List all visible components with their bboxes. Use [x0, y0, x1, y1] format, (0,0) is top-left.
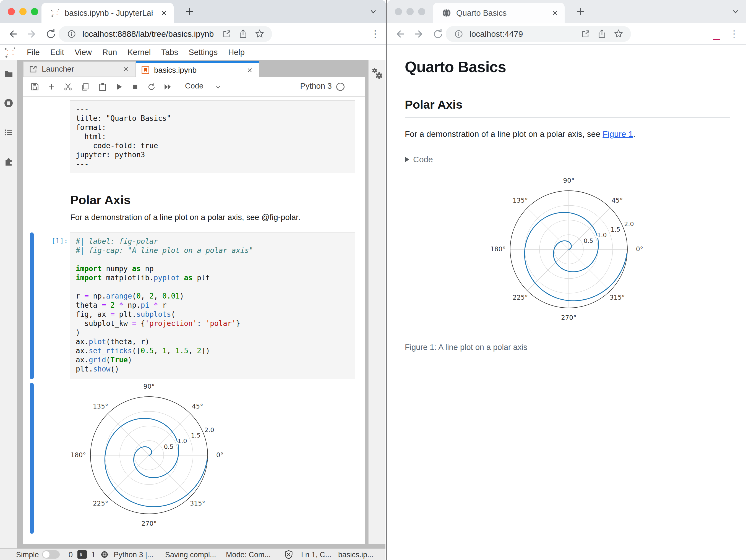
extension-manager-icon[interactable] — [4, 156, 13, 167]
jupyterlab-statusbar: Simple 0 $_ 1 Python 3 |... Saving compl… — [0, 549, 385, 560]
browser-tab[interactable]: basics.ipynb - JupyterLab — [41, 3, 174, 23]
figure-caption: Figure 1: A line plot on a polar axis — [405, 343, 527, 352]
site-info-icon[interactable] — [67, 29, 76, 39]
kernels-count[interactable]: 1 — [91, 551, 95, 559]
kernel-name[interactable]: Python 3 — [300, 82, 332, 91]
menu-file[interactable]: File — [22, 48, 45, 57]
zoom-window-button[interactable] — [418, 8, 425, 15]
tab-notebook-close-icon[interactable] — [246, 67, 253, 74]
tab-search-chevron-icon[interactable] — [731, 7, 740, 16]
file-browser-icon[interactable] — [4, 69, 13, 79]
body-paragraph: For a demonstration of a line plot on a … — [405, 129, 635, 139]
menu-run[interactable]: Run — [97, 48, 122, 57]
tab-launcher-label: Launcher — [42, 65, 74, 73]
paste-cells-button[interactable] — [98, 82, 107, 91]
share-icon[interactable] — [238, 29, 248, 38]
back-icon[interactable] — [394, 28, 406, 40]
browser-tab-title: Quarto Basics — [456, 8, 507, 18]
tab-close-icon[interactable] — [551, 9, 559, 17]
url-field[interactable]: localhost:8888/lab/tree/basics.ipynb — [59, 26, 272, 42]
zoom-window-button[interactable] — [31, 8, 38, 15]
tab-launcher[interactable]: Launcher — [23, 61, 136, 77]
cut-cells-button[interactable] — [64, 82, 73, 91]
menu-tabs[interactable]: Tabs — [156, 48, 183, 57]
page-title: Quarto Basics — [405, 58, 506, 76]
tab-notebook[interactable]: basics.ipynb — [136, 61, 259, 77]
cell-type-select[interactable]: Code — [185, 82, 203, 90]
kernel-status-icon[interactable] — [336, 83, 345, 91]
menu-view[interactable]: View — [69, 48, 97, 57]
right-sidebar — [368, 60, 385, 544]
new-tab-button[interactable] — [185, 7, 195, 17]
svg-text:225°: 225° — [513, 294, 528, 301]
markdown-paragraph[interactable]: For a demonstration of a line plot on a … — [70, 213, 300, 222]
mode-indicator[interactable]: Mode: Com... — [226, 551, 271, 559]
cell-type-chevron-icon[interactable] — [214, 84, 222, 91]
close-window-button[interactable] — [395, 8, 402, 15]
activity-sidebar — [0, 60, 17, 549]
insert-cell-button[interactable] — [47, 82, 56, 91]
running-kernels-icon[interactable] — [4, 98, 13, 108]
bookmark-star-icon[interactable] — [614, 29, 623, 38]
back-icon[interactable] — [7, 28, 19, 40]
menu-kernel[interactable]: Kernel — [122, 48, 156, 57]
notification-dash — [713, 39, 720, 40]
terminals-count[interactable]: 0 — [68, 551, 73, 559]
cell-collapser-input[interactable] — [30, 232, 34, 379]
figure-1-link[interactable]: Figure 1 — [602, 129, 633, 139]
forward-icon[interactable] — [26, 28, 38, 40]
forward-icon[interactable] — [413, 28, 425, 40]
polar-plot-output: 0°45°90°135°180°225°270°315°0.51.01.52.0 — [65, 383, 233, 534]
tab-launcher-close-icon[interactable] — [122, 65, 130, 73]
jupyter-logo — [4, 46, 17, 59]
cell-collapser-output[interactable] — [30, 383, 34, 534]
browser-tabstrip: basics.ipynb - JupyterLab — [0, 0, 386, 23]
close-window-button[interactable] — [8, 8, 15, 15]
notebook-scroll-area[interactable]: --- title: "Quarto Basics" format: html:… — [23, 97, 365, 544]
svg-text:1.0: 1.0 — [177, 438, 187, 444]
simple-mode-toggle[interactable] — [42, 550, 60, 559]
tab-notebook-label: basics.ipynb — [154, 66, 197, 75]
new-tab-button[interactable] — [576, 7, 585, 17]
markdown-heading[interactable]: Polar Axis — [70, 193, 131, 207]
code-fold-label: Code — [413, 155, 433, 164]
menu-edit[interactable]: Edit — [45, 48, 69, 57]
minimize-window-button[interactable] — [406, 8, 414, 15]
run-cell-button[interactable] — [114, 82, 123, 91]
cursor-position[interactable]: Ln 1, C... — [301, 551, 332, 559]
code-fold-toggle[interactable]: Code — [405, 155, 433, 164]
menu-help[interactable]: Help — [223, 48, 250, 57]
raw-cell-yaml[interactable]: --- title: "Quarto Basics" format: html:… — [70, 100, 355, 173]
svg-text:1.5: 1.5 — [191, 432, 201, 439]
interrupt-kernel-button[interactable] — [131, 82, 140, 91]
code-cell-input[interactable]: #| label: fig-polar#| fig-cap: "A line p… — [70, 232, 355, 379]
save-button[interactable] — [30, 82, 39, 91]
svg-text:0°: 0° — [636, 245, 643, 253]
browser-menu-icon[interactable]: ⋮ — [371, 28, 380, 40]
site-info-icon[interactable] — [454, 29, 463, 39]
table-of-contents-icon[interactable] — [4, 127, 13, 137]
copy-cells-button[interactable] — [81, 82, 90, 91]
browser-tab[interactable]: Quarto Basics — [433, 3, 565, 23]
browser-toolbar: localhost:4479 ⋮ — [387, 23, 746, 45]
reload-icon[interactable] — [432, 28, 444, 40]
notebook-toolbar: Code Python 3 — [23, 77, 365, 97]
bookmark-star-icon[interactable] — [255, 29, 264, 38]
reload-icon[interactable] — [45, 28, 57, 40]
svg-text:270°: 270° — [561, 314, 576, 321]
url-field[interactable]: localhost:4479 — [446, 26, 631, 42]
open-in-new-icon[interactable] — [581, 30, 590, 38]
kernel-status-text[interactable]: Python 3 |... — [114, 551, 153, 559]
svg-text:45°: 45° — [612, 197, 623, 204]
restart-run-all-button[interactable] — [163, 82, 172, 91]
tab-search-chevron-icon[interactable] — [369, 7, 378, 16]
restart-kernel-button[interactable] — [147, 82, 156, 91]
minimize-window-button[interactable] — [19, 8, 27, 15]
menu-settings[interactable]: Settings — [183, 48, 223, 57]
open-in-new-icon[interactable] — [222, 30, 231, 38]
share-icon[interactable] — [597, 29, 607, 38]
property-inspector-icon[interactable] — [371, 67, 383, 80]
browser-menu-icon[interactable]: ⋮ — [729, 28, 739, 40]
trust-shield-icon[interactable] — [284, 550, 293, 559]
tab-close-icon[interactable] — [160, 9, 168, 17]
